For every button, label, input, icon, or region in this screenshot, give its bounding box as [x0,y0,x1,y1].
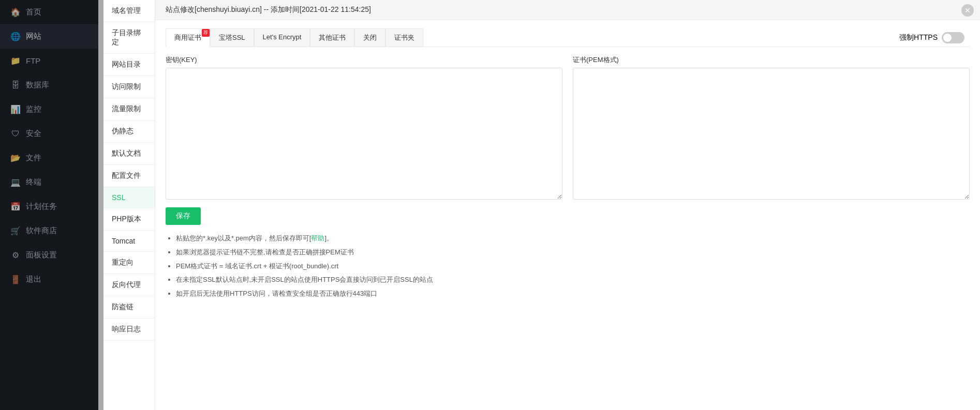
dialog-nav-redirect[interactable]: 重定向 [103,252,155,274]
site-settings-modal: 域名管理 子目录绑定 网站目录 访问限制 流量限制 伪静态 默认文档 配置文件 … [103,0,980,410]
cert-textarea[interactable] [573,68,970,200]
main-content: ⚠ 使用宝塔Linux面板... 添加站点 修改默认文档 🔍 网站名 ▲ PHP… [98,0,980,410]
ssl-tabs: 商用证书 荐 宝塔SSL Let's Encrypt 其他证书 [166,28,894,47]
ssl-form-row: 密钥(KEY) 证书(PEM格式) [166,55,970,201]
force-https-toggle[interactable] [942,32,964,43]
force-https-area: 强制HTTPS [894,32,970,43]
key-col: 密钥(KEY) [166,55,562,201]
tab-certdir[interactable]: 证书夹 [385,28,423,47]
tab-commercial[interactable]: 商用证书 荐 [166,28,210,47]
tip-3: PEM格式证书 = 域名证书.crt + 根证书(root_bundle).cr… [176,261,970,272]
cert-label: 证书(PEM格式) [573,55,970,65]
tip-4: 在未指定SSL默认站点时,未开启SSL的站点使用HTTPS会直接访问到已开启SS… [176,275,970,285]
dialog-title-text: 站点修改[chenshuyi.biuayi.cn] -- 添加时间[2021-0… [166,5,371,13]
commercial-badge: 荐 [202,29,210,37]
tab-letsencrypt[interactable]: Let's Encrypt [254,28,310,47]
tab-certdir-label: 证书夹 [394,34,414,41]
tab-close[interactable]: 关闭 [354,28,385,47]
dialog-nav-sitedir[interactable]: 网站目录 [103,54,155,76]
dialog-nav-ssl[interactable]: SSL [103,187,155,208]
tip-1: 粘贴您的*.key以及*.pem内容，然后保存即可[帮助]。 [176,233,970,244]
dialog-nav-default-doc[interactable]: 默认文档 [103,143,155,165]
dialog-nav-reverse[interactable]: 反向代理 [103,274,155,296]
dialog-body: 商用证书 荐 宝塔SSL Let's Encrypt 其他证书 [155,20,980,410]
dialog-nav-traffic[interactable]: 流量限制 [103,98,155,120]
tab-other-label: 其他证书 [319,34,346,41]
dialog-nav-subdir[interactable]: 子目录绑定 [103,22,155,54]
force-https-label: 强制HTTPS [899,33,938,42]
close-button[interactable]: ✕ [961,4,974,17]
dialog-nav-access[interactable]: 访问限制 [103,76,155,98]
tab-baota-label: 宝塔SSL [219,34,245,41]
tips-list: 粘贴您的*.key以及*.pem内容，然后保存即可[帮助]。 如果浏览器提示证书… [166,233,970,299]
tab-other[interactable]: 其他证书 [310,28,354,47]
dialog-title: 站点修改[chenshuyi.biuayi.cn] -- 添加时间[2021-0… [155,0,980,20]
modal-overlay: 域名管理 子目录绑定 网站目录 访问限制 流量限制 伪静态 默认文档 配置文件 … [98,0,980,410]
tab-letsencrypt-label: Let's Encrypt [263,33,302,41]
tip-5: 如开启后无法使用HTTPS访问，请检查安全组是否正确放行443端口 [176,288,970,299]
dialog-nav-pseudo[interactable]: 伪静态 [103,120,155,143]
tab-baota[interactable]: 宝塔SSL [210,28,254,47]
dialog-nav: 域名管理 子目录绑定 网站目录 访问限制 流量限制 伪静态 默认文档 配置文件 … [103,0,155,410]
dialog-nav-php[interactable]: PHP版本 [103,208,155,231]
cert-col: 证书(PEM格式) [573,55,970,201]
key-textarea[interactable] [166,68,562,200]
dialog-nav-response[interactable]: 响应日志 [103,318,155,341]
save-button[interactable]: 保存 [166,207,201,225]
tab-close-label: 关闭 [363,34,377,41]
tip-2: 如果浏览器提示证书链不完整,请检查是否正确拼接PEM证书 [176,247,970,258]
ssl-tabs-row: 商用证书 荐 宝塔SSL Let's Encrypt 其他证书 [166,28,970,47]
dialog-nav-hotlink[interactable]: 防盗链 [103,296,155,318]
dialog-nav-domain[interactable]: 域名管理 [103,0,155,22]
dialog-nav-tomcat[interactable]: Tomcat [103,231,155,252]
dialog-nav-config[interactable]: 配置文件 [103,165,155,187]
key-label: 密钥(KEY) [166,55,562,65]
dialog-content: 站点修改[chenshuyi.biuayi.cn] -- 添加时间[2021-0… [155,0,980,410]
tab-commercial-label: 商用证书 [174,34,201,41]
help-link[interactable]: 帮助 [311,234,324,242]
